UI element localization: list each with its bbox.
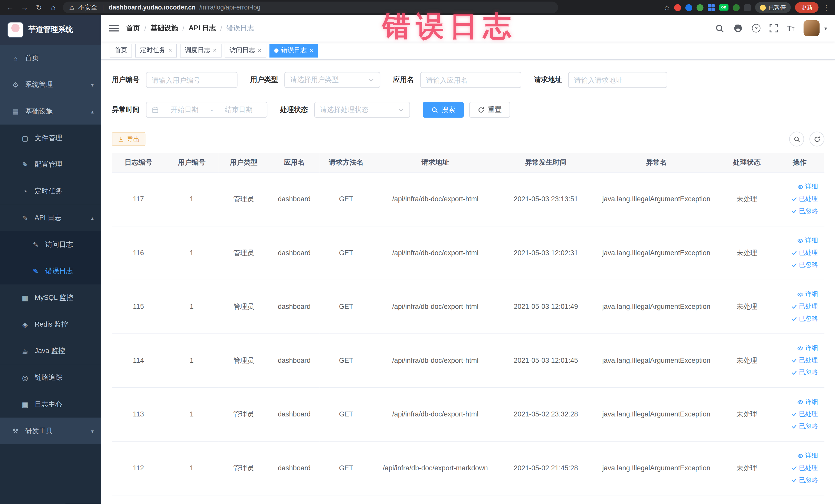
user-avatar[interactable] [804,20,820,36]
detail-link[interactable]: 详细 [797,236,818,245]
cell-log-id: 116 [112,226,165,280]
sidebar: 芋道管理系统 ⌂ 首页 ⚙ 系统管理 ▾ ▤ 基础设施 ▴ ▢ 文件管理 ✎ [0,15,101,504]
cell-exception-time: 2021-05-03 23:13:51 [498,172,594,226]
mark-ignored-link[interactable]: 已忽略 [791,314,818,323]
tab-scheduled-jobs[interactable]: 定时任务 × [135,43,177,57]
help-icon[interactable]: ? [752,24,760,32]
request-url-input[interactable] [568,72,667,88]
tab-label: 调度日志 [185,46,210,55]
security-label: 不安全 [78,3,98,12]
reset-button[interactable]: 重置 [469,102,510,118]
browser-extensions-area: ☆ on 已暂停 更新 ⋮ [664,2,830,13]
sidebar-item-scheduled-jobs[interactable]: ◔ 定时任务 [0,178,101,205]
refresh-button[interactable] [809,132,824,146]
hamburger-icon[interactable] [109,24,119,32]
detail-link[interactable]: 详细 [797,344,818,352]
extensions-puzzle-icon[interactable] [744,4,751,11]
sidebar-item-mysql-monitor[interactable]: ▦ MySQL 监控 [0,284,101,311]
mark-ignored-link[interactable]: 已忽略 [791,207,818,216]
browser-menu-button[interactable]: ⋮ [823,3,830,11]
sidebar-item-label: 错误日志 [45,266,73,276]
extension-grid-icon[interactable] [708,4,715,11]
search-icon[interactable] [715,24,724,33]
breadcrumb-infrastructure[interactable]: 基础设施 [150,23,178,33]
close-icon[interactable]: × [309,47,313,54]
date-range-picker[interactable]: 开始日期 - 结束日期 [146,102,267,118]
sidebar-item-label: Java 监控 [35,346,65,356]
cell-user-id: 1 [165,280,218,334]
mark-processed-link[interactable]: 已处理 [791,302,818,311]
tab-access-log[interactable]: 访问日志 × [225,43,266,57]
sidebar-logo[interactable]: 芋道管理系统 [0,15,101,45]
detail-link[interactable]: 详细 [797,290,818,299]
tab-schedule-log[interactable]: 调度日志 × [180,43,222,57]
cell-app-name: dashboard [269,172,320,226]
table-row: 117 1 管理员 dashboard GET /api/infra/db-do… [112,172,824,226]
browser-update-button[interactable]: 更新 [795,2,818,13]
toggle-search-button[interactable] [789,132,804,146]
chevron-down-icon [398,106,404,113]
date-separator: - [210,106,213,114]
exception-time-label: 异常时间 [112,105,140,115]
sidebar-item-dev-tools[interactable]: ⚒ 研发工具 ▾ [0,418,101,444]
detail-link[interactable]: 详细 [797,182,818,191]
mark-processed-link[interactable]: 已处理 [791,409,818,419]
address-bar[interactable]: ⚠ 不安全 | dashboard.yudao.iocoder.cn/infra… [63,2,558,13]
mark-ignored-link[interactable]: 已忽略 [791,422,818,431]
table-row: 116 1 管理员 dashboard GET /api/infra/db-do… [112,226,824,280]
cell-log-id: 114 [112,334,165,387]
tab-error-log[interactable]: 错误日志 × [269,43,318,57]
sidebar-item-error-log[interactable]: ✎ 错误日志 [0,258,101,284]
github-icon[interactable] [733,23,743,33]
close-icon[interactable]: × [258,47,262,54]
detail-link[interactable]: 详细 [797,398,818,406]
browser-home-button[interactable]: ⌂ [48,3,58,12]
detail-link[interactable]: 详细 [797,451,818,460]
paused-extension-badge[interactable]: 已暂停 [755,2,791,13]
sidebar-item-infrastructure[interactable]: ▤ 基础设施 ▴ [0,98,101,125]
export-button[interactable]: 导出 [112,132,145,146]
mark-processed-link[interactable]: 已处理 [791,356,818,365]
user-id-input[interactable] [146,72,238,88]
sidebar-item-config-management[interactable]: ✎ 配置管理 [0,151,101,178]
extension-leaf-icon[interactable] [733,4,740,11]
sidebar-item-redis-monitor[interactable]: ◈ Redis 监控 [0,311,101,338]
sidebar-item-link-tracing[interactable]: ◎ 链路追踪 [0,364,101,391]
sidebar-item-system-management[interactable]: ⚙ 系统管理 ▾ [0,72,101,98]
cell-user-type: 管理员 [219,441,269,495]
mark-processed-link[interactable]: 已处理 [791,194,818,203]
close-icon[interactable]: × [168,47,172,54]
tab-home[interactable]: 首页 [109,43,132,57]
extension-green-v-icon[interactable] [697,4,704,11]
user-type-select[interactable]: 请选择用户类型 [284,72,380,88]
breadcrumb-api-log[interactable]: API 日志 [189,23,216,33]
mark-ignored-link[interactable]: 已忽略 [791,368,818,377]
fullscreen-icon[interactable] [770,24,778,32]
col-user-id: 用户编号 [165,153,218,172]
sidebar-item-file-management[interactable]: ▢ 文件管理 [0,124,101,151]
extension-on-badge[interactable]: on [719,4,729,11]
mark-processed-link[interactable]: 已处理 [791,463,818,472]
browser-back-button[interactable]: ← [5,3,15,12]
breadcrumb-home[interactable]: 首页 [126,23,140,33]
extension-red-icon[interactable] [674,4,681,11]
sidebar-item-log-center[interactable]: ▣ 日志中心 [0,391,101,418]
app-name-input[interactable] [420,72,521,88]
cell-app-name: dashboard [269,280,320,334]
sidebar-item-java-monitor[interactable]: ☕ Java 监控 [0,338,101,364]
process-status-select[interactable]: 请选择处理状态 [314,102,410,118]
close-icon[interactable]: × [213,47,217,54]
sidebar-item-home[interactable]: ⌂ 首页 [0,45,101,72]
font-size-icon[interactable]: TT [787,24,794,32]
mark-ignored-link[interactable]: 已忽略 [791,260,818,269]
bookmark-star-icon[interactable]: ☆ [664,3,670,11]
mark-ignored-link[interactable]: 已忽略 [791,476,818,485]
extension-blue-icon[interactable] [685,4,692,11]
sidebar-item-api-log[interactable]: ✎ API 日志 ▴ [0,205,101,231]
search-button[interactable]: 搜索 [423,102,464,118]
sidebar-item-access-log[interactable]: ✎ 访问日志 [0,231,101,258]
paused-label: 已暂停 [769,3,786,11]
mark-processed-link[interactable]: 已处理 [791,248,818,257]
browser-forward-button[interactable]: → [20,3,29,12]
browser-reload-button[interactable]: ↻ [34,3,44,12]
